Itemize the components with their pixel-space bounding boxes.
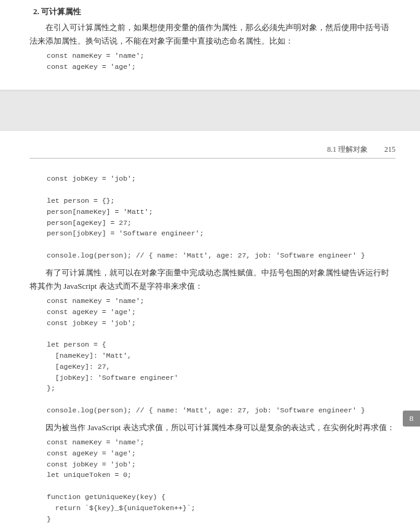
paragraph: 在引入可计算属性之前，如果想使用变量的值作为属性，那么必须先声明对象，然后使用中… bbox=[30, 21, 395, 48]
section-heading: 2. 可计算属性 bbox=[33, 5, 395, 18]
header-section: 8.1 理解对象 bbox=[327, 145, 368, 154]
code-block: const nameKey = 'name'; const ageKey = '… bbox=[47, 50, 395, 73]
code-block: const nameKey = 'name'; const ageKey = '… bbox=[47, 437, 395, 531]
page-header: 8.1 理解对象 215 bbox=[30, 143, 395, 159]
chapter-tab: 8 bbox=[403, 411, 420, 427]
book-page-1: 2. 可计算属性 在引入可计算属性之前，如果想使用变量的值作为属性，那么必须先声… bbox=[0, 0, 420, 90]
book-page-2: 8.1 理解对象 215 const jobKey = 'job'; let p… bbox=[0, 131, 420, 531]
code-block: const nameKey = 'name'; const ageKey = '… bbox=[47, 296, 395, 416]
paragraph: 因为被当作 JavaScript 表达式求值，所以可计算属性本身可以是复杂的表达… bbox=[30, 421, 395, 435]
code-block: const jobKey = 'job'; let person = {}; p… bbox=[47, 173, 395, 261]
page-gap bbox=[0, 91, 420, 131]
header-page-number: 215 bbox=[384, 145, 395, 154]
paragraph: 有了可计算属性，就可以在对象字面量中完成动态属性赋值。中括号包围的对象属性键告诉… bbox=[30, 266, 395, 293]
